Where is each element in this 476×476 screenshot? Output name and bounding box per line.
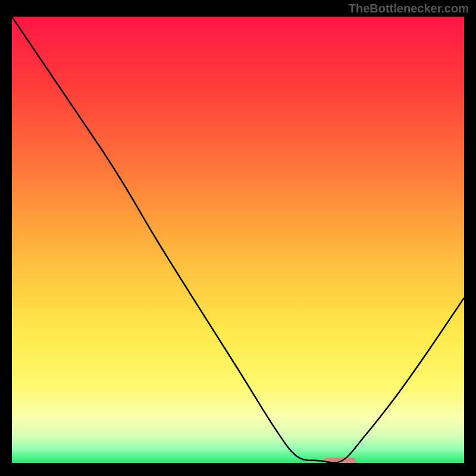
watermark-text: TheBottlenecker.com bbox=[349, 2, 469, 15]
chart-svg bbox=[12, 17, 464, 463]
chart-container: TheBottlenecker.com bbox=[0, 0, 476, 476]
plot-area bbox=[12, 17, 464, 463]
